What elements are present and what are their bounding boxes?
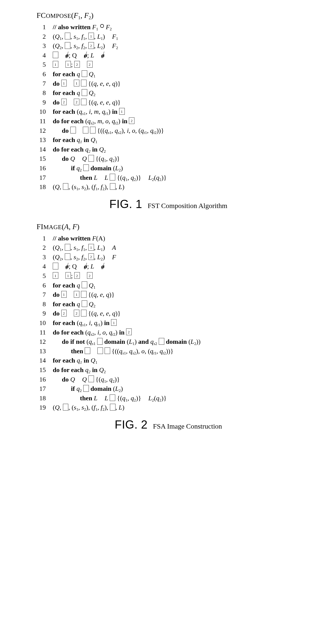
code-line: 16do QQ {(q1, q2)} xyxy=(16,375,321,384)
box-icon xyxy=(81,80,86,86)
code-content: if q2 domain (L2) xyxy=(53,384,321,394)
code-content: do 22 {(q, e, e, q)} xyxy=(53,309,321,318)
code-content: (Q, , (s1, s2), (f1, f2), , L) xyxy=(53,182,321,192)
box-icon xyxy=(65,42,70,49)
box-icon xyxy=(97,348,103,354)
fig1-arg-a: F xyxy=(74,11,78,20)
code-content: 11; 22 xyxy=(53,271,321,281)
line-number: 2 xyxy=(30,243,53,252)
box-icon xyxy=(82,89,87,96)
code-line: 3(Q2, , s2, f2, 2, L2)F2 xyxy=(16,41,321,51)
code-line: 18(Q, , (s1, s2), (f1, f2), , L) xyxy=(16,182,321,192)
box-icon xyxy=(82,300,87,307)
code-content: do for each q2 in Q2 xyxy=(53,145,321,154)
code-line: 14for each q1 in Q1 xyxy=(16,356,321,365)
code-content: then LL {(q1, q2)}L2(q2)} xyxy=(53,394,321,403)
code-content: for each q Q1 xyxy=(53,70,321,79)
box-icon xyxy=(90,127,96,134)
fig2-arg-b: F xyxy=(72,222,77,231)
fig2-fn-title: FIMAGE(A, F) xyxy=(36,222,321,231)
code-line: 6for each q Q1 xyxy=(16,281,321,290)
code-line: 10for each (qs1, i, m, qt1) in 1 xyxy=(16,107,321,116)
code-content: for each (qs1, i, m, qt1) in 1 xyxy=(53,107,321,116)
figure-2: FIMAGE(A, F) 1// also written F(A) 2(Q1,… xyxy=(16,222,321,431)
line-number: 10 xyxy=(30,107,53,116)
line-number: 9 xyxy=(30,98,53,107)
box-icon xyxy=(53,263,58,270)
box-icon xyxy=(65,254,70,260)
box-icon xyxy=(97,338,103,345)
code-line: 15do QQ {(q1, q2)} xyxy=(16,154,321,164)
code-content: do for each (qs2, m, o, qt2) in 2 xyxy=(53,116,321,126)
line-number: 7 xyxy=(30,79,53,88)
line-number: 14 xyxy=(30,145,53,154)
box-icon xyxy=(110,404,115,410)
code-line: 7do 11 {(q, e, q)} xyxy=(16,290,321,300)
code-content: // also written F(A) xyxy=(53,234,321,243)
box-icon xyxy=(81,291,86,298)
code-line: 8for each q Q2 xyxy=(16,88,321,98)
code-content: (Q2, , s2, f2, 2, L2)F xyxy=(53,252,321,262)
line-number: 3 xyxy=(30,41,53,51)
fig2-title-prefix: FI xyxy=(36,222,43,231)
line-number: 13 xyxy=(30,135,53,145)
line-number: 12 xyxy=(30,126,53,136)
code-content: ø; Qø; Lø xyxy=(53,262,321,271)
line-number: 13 xyxy=(30,346,53,356)
fig1-caption-text: FST Composition Algorithm xyxy=(148,202,228,210)
code-content: // also written F1 F2 xyxy=(53,22,321,32)
code-line: 7do 11 {(q, e, e, q)} xyxy=(16,79,321,88)
line-number: 4 xyxy=(30,262,53,271)
code-content: do QQ {(q1, q2)} xyxy=(53,154,321,164)
box-icon xyxy=(85,348,90,354)
box-icon xyxy=(65,244,70,251)
code-line: 1// also written F1 F2 xyxy=(16,22,321,32)
box-icon xyxy=(110,174,115,180)
line-number: 8 xyxy=(30,300,53,309)
line-number: 11 xyxy=(30,116,53,126)
code-content: 11; 22 xyxy=(53,60,321,70)
code-content: do if not (qs1 domain (L1) and qs2 domai… xyxy=(53,337,321,346)
code-content: do for each (qs2, i, o, qt2) in 2 xyxy=(53,328,321,337)
line-number: 6 xyxy=(30,281,53,290)
box-icon xyxy=(110,183,115,190)
box-icon xyxy=(83,127,88,134)
fig2-caption-label: FIG. 2 xyxy=(115,418,148,431)
code-line: 17if q2 domain (L2) xyxy=(16,384,321,394)
code-line: 9do 22 {(q, e, e, q)} xyxy=(16,309,321,318)
fig1-title-prefix: FC xyxy=(36,11,46,20)
code-content: (Q1, , s1, f1, 1, L1)F1 xyxy=(53,32,321,42)
box-icon xyxy=(81,99,86,106)
code-line: 511; 22 xyxy=(16,271,321,281)
fig1-caption-label: FIG. 1 xyxy=(109,198,142,210)
line-number: 9 xyxy=(30,309,53,318)
box-icon xyxy=(53,52,58,58)
code-content: do QQ {(q1, q2)} xyxy=(53,375,321,384)
code-content: for each q Q2 xyxy=(53,88,321,98)
box-icon xyxy=(81,310,86,316)
code-line: 511; 22 xyxy=(16,60,321,70)
code-line: 10for each (qs1, i, qt1) in 1 xyxy=(16,318,321,328)
code-content: then {((qs1, qs2), o, (qt1, qt2))} xyxy=(53,346,321,356)
box-icon xyxy=(88,376,94,382)
code-line: 19(Q, , (s1, s2), (f1, f2), , L) xyxy=(16,403,321,412)
code-line: 18then LL {(q1, q2)}L2(q2)} xyxy=(16,394,321,403)
line-number: 16 xyxy=(30,375,53,384)
code-line: 4ø; Qø; Lø xyxy=(16,262,321,271)
line-number: 17 xyxy=(30,173,53,182)
code-line: 15do for each q2 in Q2 xyxy=(16,365,321,375)
code-content: for each q Q2 xyxy=(53,300,321,309)
code-line: 11do for each (qs2, i, o, qt2) in 2 xyxy=(16,328,321,337)
line-number: 1 xyxy=(30,234,53,243)
fig2-title-rest: MAGE xyxy=(43,224,61,230)
line-number: 2 xyxy=(30,32,53,42)
box-icon xyxy=(159,338,164,345)
code-line: 16if q2 domain (L2) xyxy=(16,164,321,173)
code-content: do {((qs1, qs2), i, o, (qt1, qt2))} xyxy=(53,126,321,136)
line-number: 11 xyxy=(30,328,53,337)
line-number: 14 xyxy=(30,356,53,365)
fig1-arg-b: F xyxy=(84,11,89,20)
box-icon xyxy=(63,404,68,410)
line-number: 19 xyxy=(30,403,53,412)
line-number: 6 xyxy=(30,70,53,79)
